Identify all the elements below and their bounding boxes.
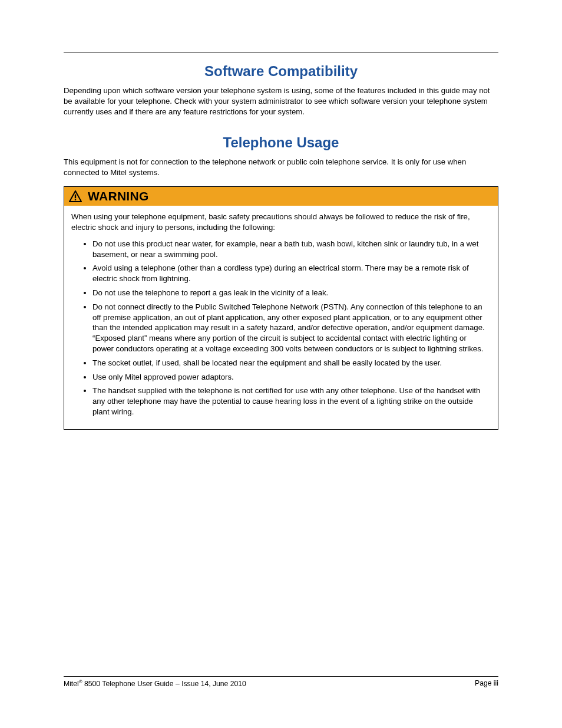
page-footer: Mitel® 8500 Telephone User Guide – Issue… xyxy=(64,676,498,688)
page-content: Software Compatibility Depending upon wh… xyxy=(0,0,562,430)
paragraph-telephone-usage: This equipment is not for connection to … xyxy=(64,157,498,178)
warning-triangle-icon xyxy=(69,190,82,202)
svg-rect-0 xyxy=(75,195,76,198)
warning-header: WARNING xyxy=(64,187,498,206)
footer-page-number: Page iii xyxy=(475,679,498,688)
warning-intro: When using your telephone equipment, bas… xyxy=(71,212,491,233)
svg-rect-1 xyxy=(75,199,76,200)
warning-list: Do not use this product near water, for … xyxy=(71,239,491,417)
footer-doc-title: Mitel® 8500 Telephone User Guide – Issue… xyxy=(64,679,246,688)
warning-title: WARNING xyxy=(88,189,149,203)
list-item: Do not use this product near water, for … xyxy=(92,239,491,260)
paragraph-software-compatibility: Depending upon which software version yo… xyxy=(64,85,498,117)
list-item: The handset supplied with the telephone … xyxy=(92,386,491,417)
heading-software-compatibility: Software Compatibility xyxy=(64,63,498,80)
list-item: Do not use the telephone to report a gas… xyxy=(92,288,491,298)
list-item: The socket outlet, if used, shall be loc… xyxy=(92,358,491,368)
footer-row: Mitel® 8500 Telephone User Guide – Issue… xyxy=(64,679,498,688)
list-item: Do not connect directly to the Public Sw… xyxy=(92,302,491,354)
top-rule xyxy=(64,52,498,52)
list-item: Avoid using a telephone (other than a co… xyxy=(92,263,491,284)
warning-body: When using your telephone equipment, bas… xyxy=(64,206,498,429)
warning-box: WARNING When using your telephone equipm… xyxy=(64,186,498,430)
list-item: Use only Mitel approved power adaptors. xyxy=(92,372,491,383)
footer-rule xyxy=(64,676,498,677)
heading-telephone-usage: Telephone Usage xyxy=(64,134,498,151)
